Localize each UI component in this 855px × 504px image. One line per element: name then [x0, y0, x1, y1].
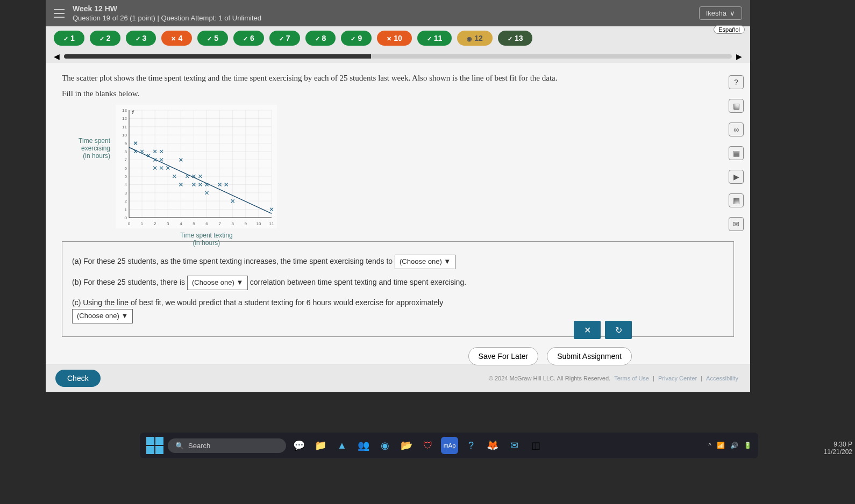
- play-icon[interactable]: ▶: [729, 170, 744, 184]
- check-button[interactable]: Check: [55, 370, 101, 387]
- question-pill-12[interactable]: 12: [457, 31, 493, 46]
- check-icon: [207, 34, 212, 42]
- progress-bar: [64, 54, 732, 59]
- check-icon: [136, 34, 140, 42]
- scatter-chart: Time spent exercising (in hours) 0123456…: [116, 105, 331, 231]
- nav-next-icon[interactable]: ▶: [736, 52, 742, 61]
- bottom-bar: Check © 2024 McGraw Hill LLC. All Rights…: [46, 364, 750, 392]
- accessibility-link[interactable]: Accessibility: [706, 375, 738, 381]
- tool-sidebar: ? ▦ ∞ ▤ ▶ ▦ ✉: [729, 75, 744, 231]
- svg-text:9: 9: [245, 221, 247, 226]
- svg-text:7: 7: [125, 157, 127, 162]
- svg-text:6: 6: [205, 221, 208, 226]
- svg-text:7: 7: [218, 221, 221, 226]
- task-teams[interactable]: 👥: [355, 437, 372, 454]
- start-button[interactable]: [146, 437, 163, 454]
- svg-text:4: 4: [125, 182, 127, 187]
- question-pill-3[interactable]: 3: [126, 31, 156, 46]
- language-toggle[interactable]: Español: [714, 25, 745, 34]
- svg-text:3: 3: [167, 221, 169, 226]
- save-button[interactable]: Save For Later: [468, 347, 539, 365]
- system-clock[interactable]: 9:30 P 11/21/202: [824, 441, 852, 456]
- question-pill-1[interactable]: 1: [54, 31, 84, 46]
- question-c: (c) Using the line of best fit, we would…: [72, 297, 724, 323]
- system-tray[interactable]: ^ 📶 🔊 🔋: [708, 442, 752, 449]
- question-pill-8[interactable]: 8: [305, 31, 336, 46]
- question-nav: 12345678910111213Español: [46, 26, 750, 50]
- chevron-up-icon[interactable]: ^: [708, 442, 711, 449]
- y-axis-label: Time spent exercising (in hours): [73, 137, 110, 160]
- question-pill-11[interactable]: 11: [417, 31, 452, 46]
- help-icon[interactable]: ?: [729, 75, 744, 89]
- svg-text:4: 4: [180, 221, 182, 226]
- task-app-1[interactable]: 💬: [290, 437, 308, 454]
- question-pill-2[interactable]: 2: [90, 31, 120, 46]
- question-pill-4[interactable]: 4: [161, 31, 192, 46]
- task-help[interactable]: ?: [462, 437, 480, 454]
- check-icon: [508, 34, 512, 42]
- task-app-2[interactable]: 📁: [312, 437, 329, 454]
- svg-text:11: 11: [122, 125, 127, 129]
- task-shield[interactable]: 🛡: [419, 437, 437, 454]
- chevron-down-icon: ∨: [730, 9, 735, 17]
- check-icon: [243, 34, 248, 42]
- grid-icon[interactable]: ▦: [729, 193, 744, 207]
- svg-text:y: y: [132, 109, 134, 114]
- svg-text:5: 5: [125, 174, 127, 179]
- taskbar-search[interactable]: 🔍 Search: [168, 438, 286, 453]
- svg-text:5: 5: [193, 221, 195, 226]
- question-pill-10[interactable]: 10: [377, 31, 412, 46]
- question-pill-7[interactable]: 7: [269, 31, 300, 46]
- privacy-link[interactable]: Privacy Center: [658, 375, 697, 381]
- dropdown-b[interactable]: (Choose one) ▼: [187, 276, 248, 290]
- task-edge[interactable]: ◉: [376, 437, 394, 454]
- volume-icon[interactable]: 🔊: [730, 442, 738, 449]
- infinity-icon[interactable]: ∞: [729, 123, 744, 136]
- windows-taskbar: 🔍 Search 💬 📁 ▲ 👥 ◉ 📂 🛡 mAp ? 🦊 ✉ ◫ ^ 📶 🔊…: [140, 433, 758, 458]
- dropdown-c[interactable]: (Choose one) ▼: [72, 309, 133, 323]
- check-icon: [99, 34, 104, 42]
- dropdown-a[interactable]: (Choose one) ▼: [395, 255, 455, 269]
- svg-text:9: 9: [125, 141, 127, 146]
- svg-text:13: 13: [122, 108, 127, 113]
- svg-text:8: 8: [232, 221, 234, 226]
- svg-text:8: 8: [125, 149, 127, 154]
- assignment-title: Week 12 HW: [73, 4, 699, 13]
- check-icon: [279, 34, 284, 42]
- user-name: Ikesha: [706, 9, 726, 17]
- svg-text:10: 10: [122, 133, 127, 138]
- task-outlook[interactable]: ✉: [505, 437, 523, 454]
- check-icon: [315, 34, 320, 42]
- question-pill-6[interactable]: 6: [233, 31, 264, 46]
- terms-link[interactable]: Terms of Use: [614, 375, 649, 381]
- task-app-12[interactable]: ◫: [527, 437, 544, 454]
- submit-button[interactable]: Submit Assignment: [547, 347, 632, 365]
- reset-button[interactable]: ↻: [605, 321, 632, 339]
- svg-text:1: 1: [125, 207, 127, 212]
- question-intro: The scatter plot shows the time spent te…: [62, 74, 734, 83]
- mail-icon[interactable]: ✉: [729, 217, 744, 231]
- clear-button[interactable]: ✕: [574, 321, 601, 339]
- question-pill-13[interactable]: 13: [498, 31, 533, 46]
- chart-svg: 01234567891011012345678910111213y: [116, 105, 277, 228]
- task-app-3[interactable]: ▲: [333, 437, 351, 454]
- user-menu[interactable]: Ikesha ∨: [699, 6, 742, 20]
- question-content: The scatter plot shows the time spent te…: [46, 63, 750, 364]
- w

 wifi-icon[interactable]: 📶: [717, 442, 725, 449]
- task-firefox[interactable]: 🦊: [484, 437, 501, 454]
- svg-text:0: 0: [125, 215, 127, 220]
- notes-icon[interactable]: ▤: [729, 146, 744, 160]
- nav-prev-icon[interactable]: ◀: [54, 52, 60, 61]
- question-pill-9[interactable]: 9: [341, 31, 372, 46]
- hamburger-icon[interactable]: [54, 9, 65, 18]
- svg-text:1: 1: [141, 221, 144, 226]
- dot-icon: [467, 34, 472, 42]
- check-icon: [427, 34, 432, 42]
- question-pill-5[interactable]: 5: [197, 31, 228, 46]
- calculator-icon[interactable]: ▦: [729, 99, 744, 113]
- task-explorer[interactable]: 📂: [398, 437, 415, 454]
- battery-icon[interactable]: 🔋: [744, 442, 752, 449]
- task-app-8[interactable]: mAp: [441, 437, 458, 454]
- svg-text:10: 10: [256, 221, 261, 226]
- check-icon: [63, 34, 68, 42]
